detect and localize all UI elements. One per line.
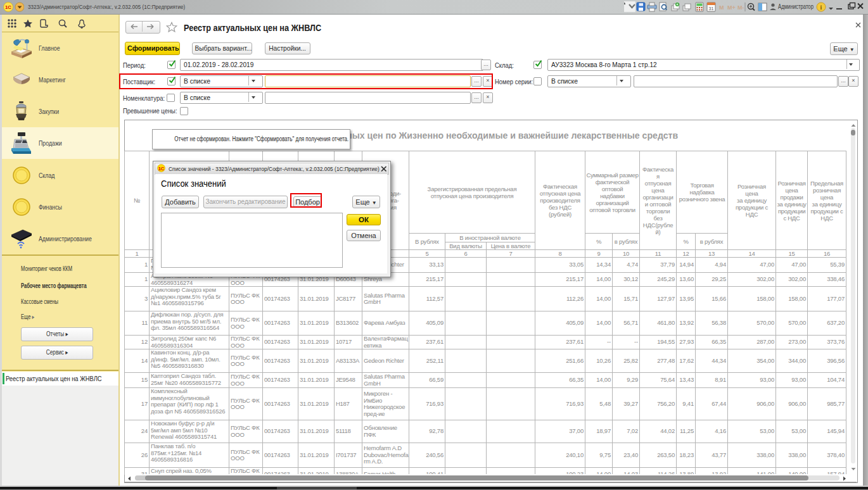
svg-text:1C: 1C: [158, 166, 165, 172]
svg-text:M: M: [719, 4, 724, 11]
svg-text:M+: M+: [727, 4, 736, 11]
svg-text:i: i: [820, 4, 822, 11]
svg-text:1C: 1C: [5, 4, 11, 10]
svg-text:M-: M-: [737, 4, 744, 11]
svg-text:31: 31: [709, 6, 714, 11]
svg-text:Администратор: Администратор: [778, 3, 814, 10]
